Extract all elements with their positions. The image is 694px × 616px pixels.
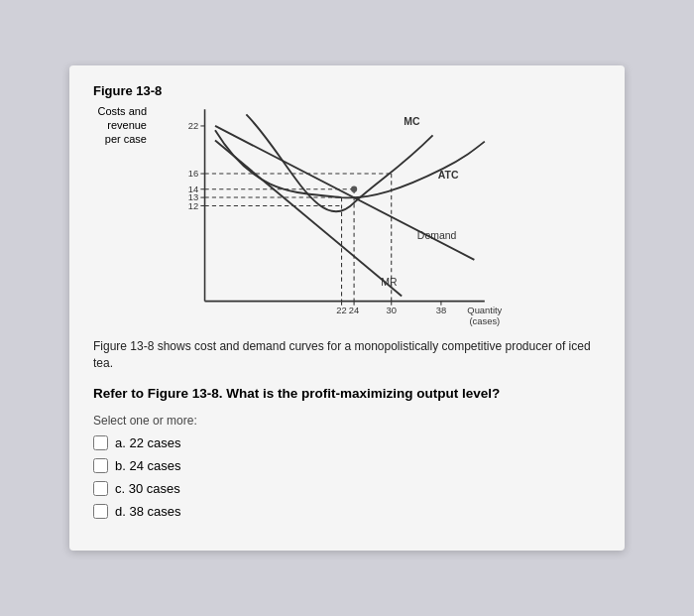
checkbox-d[interactable] [93,504,108,519]
svg-text:24: 24 [349,305,359,315]
svg-text:MC: MC [404,116,420,127]
option-d: d. 38 cases [93,504,601,519]
checkbox-b[interactable] [93,458,108,473]
checkbox-c[interactable] [93,481,108,496]
svg-text:ATC: ATC [438,170,459,181]
options-list: a. 22 cases b. 24 cases c. 30 cases d. 3… [93,435,601,519]
svg-point-35 [351,185,357,191]
main-card: Figure 13-8 Costs and revenue per case [69,65,625,551]
select-label: Select one or more: [93,414,601,428]
svg-text:22: 22 [188,120,198,131]
figure-caption: Figure 13-8 shows cost and demand curves… [93,338,601,372]
question-body: What is the profit-maximizing output lev… [226,386,500,401]
svg-line-33 [215,140,402,296]
figure-title: Figure 13-8 [93,83,601,98]
option-b: b. 24 cases [93,458,601,473]
option-c-label: c. 30 cases [115,481,180,496]
svg-text:(cases): (cases) [469,314,500,325]
svg-text:MR: MR [381,277,398,288]
question-text: Refer to Figure 13-8. What is the profit… [93,385,601,404]
svg-text:30: 30 [387,305,397,315]
svg-text:16: 16 [188,168,198,179]
svg-text:Demand: Demand [417,230,457,241]
option-b-label: b. 24 cases [115,458,181,473]
svg-text:22: 22 [336,305,346,315]
option-d-label: d. 38 cases [115,504,181,519]
y-axis-label: Costs and revenue per case [97,104,147,147]
question-reference: Refer to Figure 13-8. [93,386,223,401]
option-a: a. 22 cases [93,435,601,450]
option-c: c. 30 cases [93,481,601,496]
svg-text:38: 38 [436,305,446,315]
option-a-label: a. 22 cases [115,435,181,450]
checkbox-a[interactable] [93,435,108,450]
chart-area: Costs and revenue per case [93,104,601,332]
svg-text:Quantity: Quantity [467,305,502,315]
svg-text:12: 12 [188,199,198,210]
chart-svg-container: 22 16 14 13 12 22 24 30 [151,104,508,332]
